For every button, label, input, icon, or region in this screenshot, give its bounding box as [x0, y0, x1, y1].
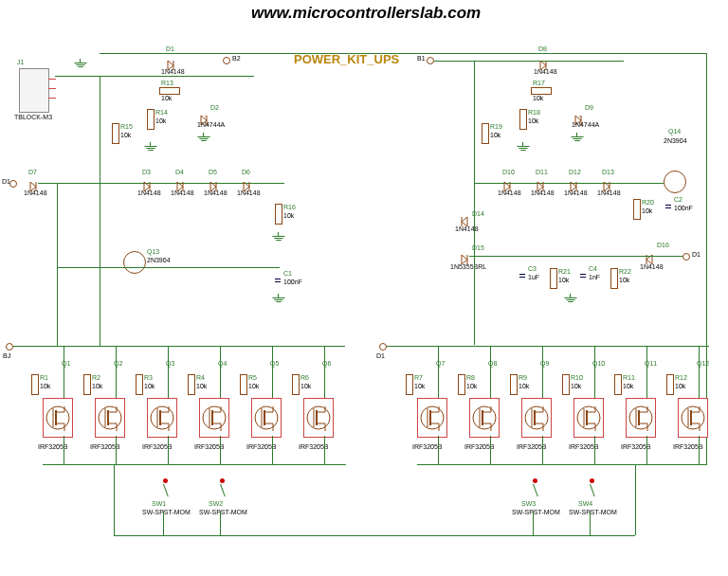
svg-point-90	[682, 406, 704, 429]
svg-point-83	[629, 406, 652, 429]
c4-ref: C4	[589, 265, 597, 272]
c4-val: 1nF	[589, 274, 600, 280]
transistor-q13	[123, 251, 146, 274]
transistor-q14	[664, 171, 686, 193]
port-d1-right	[682, 253, 690, 261]
cap-c3	[519, 270, 525, 281]
r17-ref: R17	[533, 80, 545, 86]
c2-val: 100nF	[674, 205, 693, 211]
mosfet-q12	[678, 398, 708, 438]
d10-val: 1N4148	[498, 189, 521, 196]
r1-val: 10k	[40, 383, 50, 389]
mosfet-q10	[573, 398, 604, 438]
r8-val: 10k	[466, 383, 477, 389]
r2-ref: R2	[92, 374, 100, 381]
r8-ref: R8	[466, 374, 475, 381]
d9-ref: D9	[585, 104, 593, 111]
diode-d10	[502, 178, 512, 188]
res-r4	[188, 374, 195, 395]
c2-ref: C2	[674, 196, 682, 203]
r10-ref: R10	[571, 374, 583, 381]
res-r6	[292, 374, 300, 395]
mosfet-q5	[251, 398, 282, 438]
sw3-val: SW-SPST-MOM	[512, 509, 560, 515]
mosfet-q3	[147, 398, 177, 438]
r22-val: 10k	[619, 277, 629, 283]
d1-ref: D1	[166, 45, 174, 52]
diode-d13	[602, 178, 611, 188]
res-r18	[519, 109, 527, 130]
r12-val: 10k	[675, 383, 685, 389]
q13-ref: Q13	[147, 248, 159, 255]
r15-val: 10k	[120, 132, 131, 138]
r13-ref: R13	[161, 80, 173, 86]
res-r17	[531, 87, 552, 95]
d5-val: 1N4148	[204, 189, 228, 196]
d12-val: 1N4148	[564, 189, 588, 196]
r6-val: 10k	[300, 383, 311, 389]
cap-c4	[580, 270, 586, 281]
sw2-val: SW-SPST-MOM	[199, 509, 247, 515]
d16-ref: D16	[657, 242, 669, 248]
gnd-icon	[272, 232, 285, 242]
q14-val: 2N3904	[664, 137, 687, 144]
r2-val: 10k	[92, 383, 102, 389]
diode-d9	[573, 112, 583, 121]
b2-label: B2	[232, 55, 241, 62]
port-d1-left	[9, 180, 17, 188]
diode-d15	[460, 251, 469, 261]
cap-c1	[275, 275, 281, 286]
gnd-icon	[564, 294, 577, 303]
svg-point-62	[473, 406, 496, 429]
c3-ref: C3	[528, 265, 537, 272]
r4-val: 10k	[196, 383, 207, 389]
res-r7	[406, 374, 413, 395]
diode-d12	[569, 178, 578, 188]
diode-d1	[166, 57, 175, 66]
res-r14	[147, 109, 155, 130]
d13-ref: D13	[602, 169, 614, 175]
r12-ref: R12	[675, 374, 687, 381]
svg-point-69	[525, 406, 548, 429]
gnd-icon	[74, 59, 87, 68]
sw4-val: SW-SPST-MOM	[569, 509, 617, 515]
res-r11	[614, 374, 622, 395]
r3-ref: R3	[144, 374, 153, 381]
r7-val: 10k	[414, 383, 425, 389]
d8-val: 1N4148	[534, 68, 557, 75]
d3-ref: D3	[142, 169, 151, 175]
d9-val: 1N4744A	[572, 121, 599, 128]
r18-val: 10k	[528, 117, 538, 124]
cap-c2	[665, 201, 671, 212]
d12-ref: D12	[569, 169, 581, 175]
d10-ref: D10	[502, 169, 515, 175]
mosfet-q7	[417, 398, 447, 438]
d11-val: 1N4148	[531, 189, 555, 196]
gnd-icon	[144, 142, 157, 152]
c1-val: 100nF	[283, 279, 302, 285]
r10-val: 10k	[571, 383, 581, 389]
diode-d7	[28, 178, 38, 188]
sw3-ref: SW3	[521, 500, 536, 507]
gnd-icon	[272, 294, 285, 303]
svg-point-41	[307, 406, 330, 429]
r3-val: 10k	[144, 383, 155, 389]
mosfet-q1	[43, 398, 73, 438]
port-bj	[6, 343, 13, 351]
r20-ref: R20	[642, 199, 654, 206]
d1c-label: D1	[692, 251, 701, 258]
r1-ref: R1	[40, 374, 48, 381]
d1-val: 1N4148	[161, 68, 185, 75]
sw4-ref: SW4	[578, 500, 592, 507]
d1a-label: D1	[2, 178, 10, 185]
r16-ref: R16	[283, 204, 296, 210]
r11-ref: R11	[623, 374, 635, 381]
svg-point-20	[151, 406, 173, 429]
r9-val: 10k	[519, 383, 529, 389]
d5-ref: D5	[209, 169, 217, 175]
r15-ref: R15	[120, 123, 133, 130]
d11-ref: D11	[536, 169, 548, 175]
r19-val: 10k	[490, 132, 500, 138]
r14-val: 10k	[155, 117, 166, 124]
d6-val: 1N4148	[237, 189, 261, 196]
